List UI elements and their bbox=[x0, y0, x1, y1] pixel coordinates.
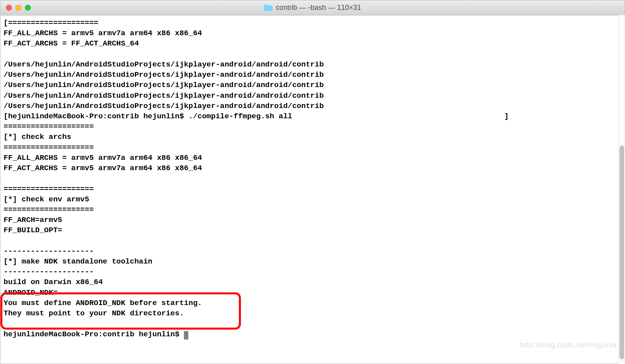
close-button[interactable] bbox=[6, 5, 12, 11]
terminal-line: FF_BUILD_OPT= bbox=[4, 226, 62, 235]
terminal-line: FF_ACT_ARCHS = armv5 armv7a arm64 x86 x8… bbox=[4, 164, 202, 173]
terminal-line: -------------------- bbox=[4, 267, 94, 276]
terminal-window: contrib — -bash — 110×31 [==============… bbox=[0, 0, 625, 364]
terminal-line: You must define ANDROID_NDK before start… bbox=[4, 299, 202, 307]
terminal-line: [==================== bbox=[4, 19, 98, 27]
terminal-body[interactable]: [==================== FF_ALL_ARCHS = arm… bbox=[0, 15, 625, 364]
terminal-line: They must point to your NDK directories. bbox=[4, 309, 184, 318]
terminal-line: ANDROID_NDK= bbox=[4, 288, 58, 297]
scroll-thumb[interactable] bbox=[619, 146, 624, 359]
terminal-line: FF_ALL_ARCHS = armv5 armv7a arm64 x86 x8… bbox=[4, 154, 202, 162]
folder-icon bbox=[264, 4, 273, 11]
terminal-line: /Users/hejunlin/AndroidStudioProjects/ij… bbox=[4, 70, 324, 79]
terminal-line: /Users/hejunlin/AndroidStudioProjects/ij… bbox=[4, 91, 324, 100]
terminal-line: ==================== bbox=[4, 205, 94, 214]
traffic-lights bbox=[6, 5, 31, 11]
titlebar: contrib — -bash — 110×31 bbox=[0, 0, 625, 15]
terminal-line: [*] check env armv5 bbox=[4, 195, 89, 204]
watermark: http://blog.csdn.net/hejjunlin bbox=[520, 340, 619, 350]
terminal-line: /Users/hejunlin/AndroidStudioProjects/ij… bbox=[4, 102, 324, 110]
terminal-line: [*] check archs bbox=[4, 133, 71, 141]
terminal-line: ==================== bbox=[4, 185, 94, 193]
maximize-button[interactable] bbox=[25, 5, 31, 11]
terminal-line: ==================== bbox=[4, 122, 94, 131]
minimize-button[interactable] bbox=[15, 5, 21, 11]
terminal-line: /Users/hejunlin/AndroidStudioProjects/ij… bbox=[4, 60, 324, 69]
terminal-line: FF_ARCH=armv5 bbox=[4, 216, 62, 224]
window-title-text: contrib — -bash — 110×31 bbox=[276, 3, 361, 13]
window-title: contrib — -bash — 110×31 bbox=[264, 3, 361, 13]
terminal-line: FF_ALL_ARCHS = armv5 armv7a arm64 x86 x8… bbox=[4, 29, 202, 38]
terminal-line: [*] make NDK standalone toolchain bbox=[4, 257, 152, 266]
scrollbar[interactable] bbox=[618, 15, 625, 364]
cursor-icon bbox=[184, 331, 188, 339]
terminal-line: /Users/hejunlin/AndroidStudioProjects/ij… bbox=[4, 81, 324, 89]
terminal-line: build on Darwin x86_64 bbox=[4, 278, 103, 286]
terminal-prompt: hejunlindeMacBook-Pro:contrib hejunlin$ bbox=[4, 330, 184, 339]
terminal-line: FF_ACT_ARCHS = FF_ACT_ARCHS_64 bbox=[4, 39, 139, 48]
terminal-line: [hejunlindeMacBook-Pro:contrib hejunlin$… bbox=[4, 112, 509, 121]
terminal-line: ==================== bbox=[4, 143, 94, 152]
terminal-line: -------------------- bbox=[4, 247, 94, 256]
